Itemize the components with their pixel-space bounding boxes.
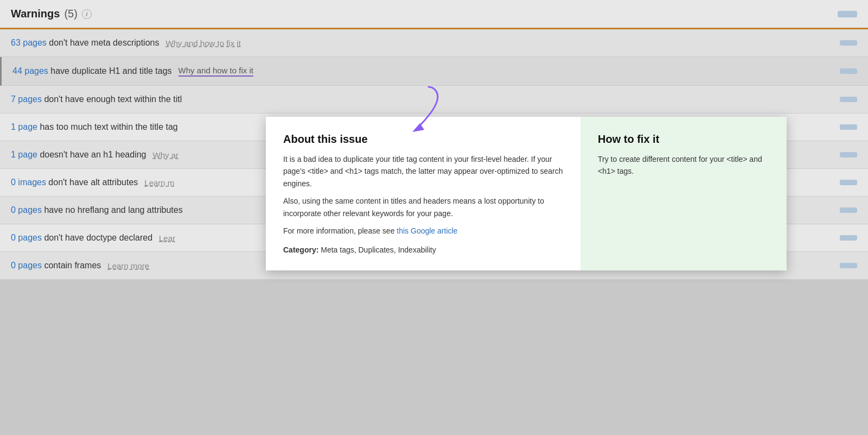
popup-right-body: Try to create different content for your… [598, 153, 769, 178]
row2-left: 44 pages have duplicate H1 and title tag… [12, 66, 253, 77]
row7-button[interactable] [840, 207, 857, 213]
header-bar: Warnings (5) i [0, 0, 868, 29]
row1-why-link[interactable]: Why and how to fix it [165, 39, 240, 48]
row7-count[interactable]: 0 pages [11, 205, 42, 215]
row6-desc: don't have alt attributes [46, 178, 138, 187]
row2-button[interactable] [840, 68, 857, 74]
row8-count[interactable]: 0 pages [11, 233, 42, 242]
row9-desc: contain frames [42, 261, 101, 270]
popup-right-panel: How to fix it Try to create different co… [580, 117, 787, 270]
row6-why-link[interactable]: Learn m [144, 178, 174, 187]
popup-left-panel: About this issue It is a bad idea to dup… [266, 117, 580, 270]
row3-desc: don't have enough text within the titl [42, 94, 182, 104]
popup-body-3: For more information, please see this Go… [283, 225, 563, 237]
row4-desc: has too much text within the title tag [37, 122, 178, 131]
warnings-count: (5) [64, 8, 77, 20]
warning-row-3: 7 pages don't have enough text within th… [0, 86, 868, 114]
row7-left: 0 pages have no hreflang and lang attrib… [11, 205, 183, 215]
row9-why-link[interactable]: Learn more [107, 261, 149, 270]
popup-left-title: About this issue [283, 133, 563, 146]
row9-button[interactable] [840, 263, 857, 268]
row3-count[interactable]: 7 pages [11, 94, 42, 104]
popup-category: Category: Meta tags, Duplicates, Indexab… [283, 245, 563, 254]
row5-button[interactable] [840, 152, 857, 157]
row8-button[interactable] [840, 235, 857, 241]
row5-why-link[interactable]: Why ar [153, 150, 179, 160]
row3-button[interactable] [840, 97, 857, 102]
warnings-title: Warnings [11, 8, 60, 20]
row1-desc: don't have meta descriptions [47, 38, 159, 47]
row6-button[interactable] [840, 180, 857, 185]
row1-count[interactable]: 63 pages [11, 38, 47, 47]
warning-row-2: 44 pages have duplicate H1 and title tag… [0, 57, 868, 86]
row1-button[interactable] [840, 40, 857, 46]
row2-count[interactable]: 44 pages [12, 66, 48, 75]
row4-count[interactable]: 1 page [11, 122, 37, 131]
header-action-button[interactable] [838, 11, 857, 17]
row2-why-link[interactable]: Why and how to fix it [178, 66, 253, 77]
info-icon[interactable]: i [82, 9, 92, 19]
row2-desc: have duplicate H1 and title tags [48, 66, 172, 75]
popup-body-3-text: For more information, please see [283, 226, 397, 235]
popup-google-article-link[interactable]: this Google article [397, 226, 457, 235]
row9-left: 0 pages contain frames Learn more [11, 261, 149, 270]
row4-button[interactable] [840, 124, 857, 130]
info-popup: About this issue It is a bad idea to dup… [266, 117, 787, 270]
warning-row-1: 63 pages don't have meta descriptions Wh… [0, 29, 868, 57]
header-title: Warnings (5) i [11, 8, 92, 20]
popup-link-text: this Google article [397, 226, 457, 235]
row4-left: 1 page has too much text within the titl… [11, 122, 178, 132]
row6-left: 0 images don't have alt attributes Learn… [11, 178, 174, 187]
popup-body-2: Also, using the same content in titles a… [283, 195, 563, 219]
popup-category-label: Category: [283, 245, 318, 254]
popup-right-title: How to fix it [598, 133, 769, 146]
row5-left: 1 page doesn't have an h1 heading Why ar [11, 150, 178, 160]
row8-why-link[interactable]: Lear [159, 234, 175, 243]
popup-body-1: It is a bad idea to duplicate your title… [283, 153, 563, 190]
row6-count[interactable]: 0 images [11, 178, 46, 187]
row7-desc: have no hreflang and lang attributes [42, 205, 183, 215]
row5-desc: doesn't have an h1 heading [37, 150, 146, 159]
popup-category-value: Meta tags, Duplicates, Indexability [318, 245, 436, 254]
row3-left: 7 pages don't have enough text within th… [11, 94, 182, 104]
row8-left: 0 pages don't have doctype declared Lear [11, 233, 175, 243]
row5-count[interactable]: 1 page [11, 150, 37, 159]
row8-desc: don't have doctype declared [42, 233, 152, 242]
main-container: Warnings (5) i 63 pages don't have meta … [0, 0, 868, 280]
row1-left: 63 pages don't have meta descriptions Wh… [11, 38, 241, 48]
row9-count[interactable]: 0 pages [11, 261, 42, 270]
